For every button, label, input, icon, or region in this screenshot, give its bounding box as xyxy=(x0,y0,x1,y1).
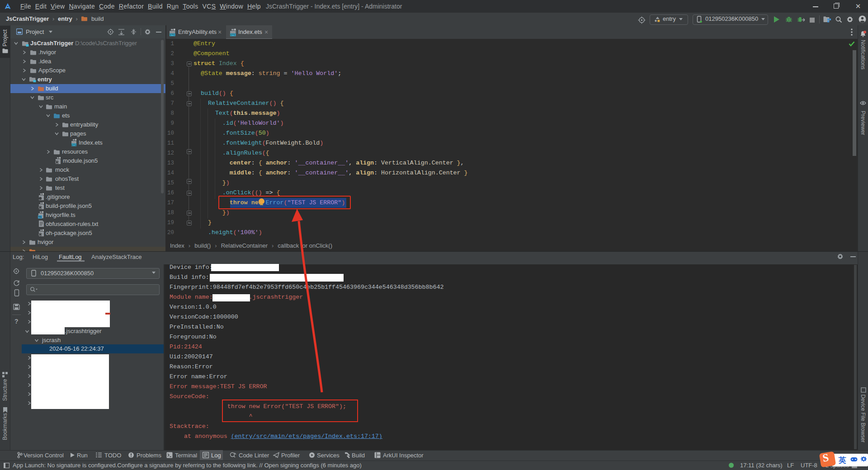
svg-text:ETS: ETS xyxy=(71,144,76,146)
svg-text:ETS: ETS xyxy=(170,33,175,36)
svg-text:ETS: ETS xyxy=(231,33,236,36)
svg-text:TS: TS xyxy=(38,216,42,218)
